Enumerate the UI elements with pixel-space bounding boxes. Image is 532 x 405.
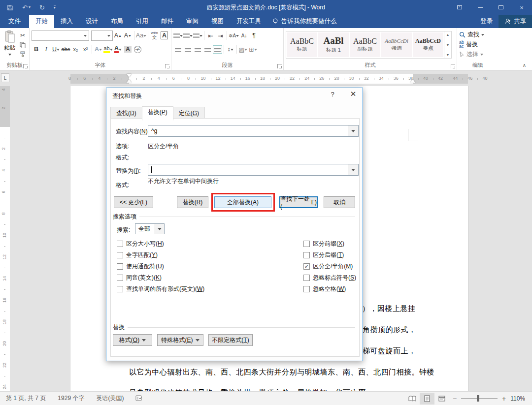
document-text-line[interactable]: 以它为中心辐射出东、南、西、北四条大街并分别与明城墙东、南、西、北四门相接。钟楼 — [129, 368, 434, 377]
checkbox-icon[interactable] — [303, 275, 310, 281]
cut-icon[interactable]: ✂ — [18, 31, 27, 39]
customize-qat-icon[interactable]: ▾ — [54, 5, 56, 10]
paragraph-dialog-launcher-icon[interactable] — [277, 64, 282, 68]
justify-icon[interactable] — [203, 44, 212, 55]
align-left-icon[interactable] — [173, 44, 183, 55]
find-what-dropdown-icon[interactable] — [348, 125, 358, 136]
font-size-combobox[interactable] — [91, 31, 113, 41]
document-text-line[interactable]: 梯可盘旋而上， — [363, 346, 416, 356]
style-item-keypoint[interactable]: AaBbCcD 要点 — [413, 32, 443, 57]
zoom-out-icon[interactable]: − — [449, 395, 460, 403]
checkbox-icon[interactable] — [117, 263, 123, 270]
tab-developer[interactable]: 开发工具 — [230, 15, 267, 28]
dialog-help-icon[interactable]: ? — [328, 91, 337, 98]
tab-mailings[interactable]: 邮件 — [155, 15, 180, 28]
style-item-heading1[interactable]: AaBl 标题 1 — [318, 32, 349, 57]
replace-button[interactable]: 替换(R) — [177, 196, 208, 208]
read-mode-icon[interactable] — [405, 393, 420, 405]
redo-icon[interactable]: ↻ — [39, 4, 45, 11]
replace-with-combobox[interactable] — [148, 164, 359, 176]
checkbox-match-prefix[interactable]: 区分前缀(X) — [303, 240, 344, 248]
gallery-up-icon[interactable]: ▲ — [446, 33, 450, 36]
tab-file[interactable]: 文件 — [0, 15, 29, 28]
less-button[interactable]: << 更少(L) — [114, 196, 153, 208]
zoom-slider[interactable] — [461, 398, 498, 399]
bullets-icon[interactable] — [173, 31, 183, 41]
bold-icon[interactable]: B — [32, 44, 41, 55]
character-shading-icon[interactable]: A — [123, 44, 133, 55]
strikethrough-icon[interactable]: abc — [61, 44, 70, 55]
checkbox-ignore-whitespace[interactable]: 忽略空格(W) — [303, 285, 346, 293]
character-border-icon[interactable]: A — [160, 31, 169, 41]
checkbox-icon[interactable] — [117, 252, 123, 258]
collapse-ribbon-icon[interactable]: ∧ — [523, 62, 526, 68]
italic-icon[interactable]: I — [41, 44, 51, 55]
grow-font-icon[interactable]: A▲ — [113, 31, 123, 41]
ribbon-display-options-icon[interactable]: ^ — [449, 0, 470, 15]
multilevel-list-icon[interactable] — [193, 31, 202, 41]
tab-insert[interactable]: 插入 — [54, 15, 79, 28]
horizontal-ruler[interactable]: 8642246810121416182022242628303234363840… — [10, 74, 532, 84]
show-hide-marks-icon[interactable]: ¶ — [249, 31, 259, 41]
underline-icon[interactable]: U — [51, 44, 61, 55]
right-indent-marker[interactable] — [410, 79, 415, 83]
distribute-icon[interactable] — [213, 45, 222, 54]
proofing-status-icon[interactable] — [130, 395, 149, 402]
increase-indent-icon[interactable]: ⇥ — [216, 31, 225, 41]
font-name-combobox[interactable] — [32, 31, 89, 41]
checkbox-wildcards[interactable]: 使用通配符(U) — [117, 262, 164, 271]
hanging-indent-marker[interactable] — [127, 79, 132, 83]
print-layout-icon[interactable] — [420, 393, 434, 405]
shrink-font-icon[interactable]: A▼ — [123, 31, 133, 41]
find-button[interactable]: 查找 — [459, 30, 497, 39]
checkbox-ignore-punctuation[interactable]: 忽略标点符号(S) — [303, 274, 356, 282]
document-text-line[interactable]: 角攒顶的形式， — [363, 325, 416, 335]
find-next-button[interactable]: 查找下一处(F) — [279, 196, 318, 208]
tell-me-box[interactable]: 告诉我你想要做什么 — [267, 15, 342, 28]
word-count[interactable]: 1929 个字 — [52, 394, 90, 403]
checkbox-match-case[interactable]: 区分大小写(H) — [117, 240, 164, 248]
asian-layout-icon[interactable]: ✲A — [229, 31, 239, 41]
special-menu-button[interactable]: 特殊格式(E) — [157, 334, 203, 346]
search-direction-dropdown[interactable]: 全部 — [135, 223, 165, 234]
dialog-close-icon[interactable]: ✕ — [347, 90, 360, 98]
dialog-tab-replace[interactable]: 替换(P) — [142, 106, 173, 121]
tab-references[interactable]: 引用 — [130, 15, 155, 28]
page-indicator[interactable]: 第 1 页, 共 7 页 — [0, 394, 52, 403]
select-button[interactable]: 选择 — [459, 50, 497, 59]
tab-stop-selector[interactable]: L — [1, 73, 9, 82]
decrease-indent-icon[interactable]: ⇤ — [206, 31, 215, 41]
borders-icon[interactable]: ⊞ — [248, 44, 258, 55]
font-color-icon[interactable]: A — [113, 44, 123, 55]
paste-button[interactable]: 粘贴 — [2, 30, 17, 62]
format-menu-button[interactable]: 格式(O) — [113, 334, 152, 346]
tab-design[interactable]: 设计 — [79, 15, 104, 28]
web-layout-icon[interactable] — [434, 393, 449, 405]
style-item-emphasis[interactable]: AaBbCcDi 强调 — [381, 32, 412, 57]
style-item-title[interactable]: AaBbC 标题 — [287, 32, 317, 57]
checkbox-icon[interactable] — [117, 241, 123, 247]
style-item-subtitle[interactable]: AaBbC 副标题 — [350, 32, 380, 57]
checkbox-icon[interactable] — [303, 263, 310, 270]
checkbox-all-word-forms[interactable]: 查找单词的所有形式(英文)(W) — [117, 285, 204, 293]
vertical-ruler[interactable]: 4224681012141618202224 — [0, 86, 10, 391]
clipboard-dialog-launcher-icon[interactable] — [23, 64, 28, 68]
undo-icon[interactable]: ↶▾ — [22, 4, 31, 11]
styles-dialog-launcher-icon[interactable] — [451, 64, 455, 68]
tab-home[interactable]: 开始 — [29, 15, 54, 28]
checkbox-match-suffix[interactable]: 区分后缀(T) — [303, 251, 344, 259]
text-effects-icon[interactable]: A — [94, 44, 103, 55]
checkbox-icon[interactable] — [303, 241, 310, 247]
close-icon[interactable]: × — [511, 0, 532, 15]
sort-icon[interactable]: A↓ — [239, 31, 249, 41]
checkbox-icon[interactable] — [117, 286, 123, 292]
subscript-icon[interactable]: x₂ — [71, 44, 80, 55]
share-button[interactable]: 共享 — [499, 15, 532, 28]
cancel-button[interactable]: 取消 — [324, 196, 355, 208]
numbering-icon[interactable] — [183, 31, 193, 41]
document-text-line[interactable]: ），因楼上悬挂 — [362, 304, 416, 313]
copy-icon[interactable] — [18, 41, 27, 49]
gallery-more-icon[interactable]: ▼ — [446, 53, 450, 57]
zoom-in-icon[interactable]: + — [499, 395, 509, 403]
highlight-color-icon[interactable]: ab — [103, 44, 113, 55]
